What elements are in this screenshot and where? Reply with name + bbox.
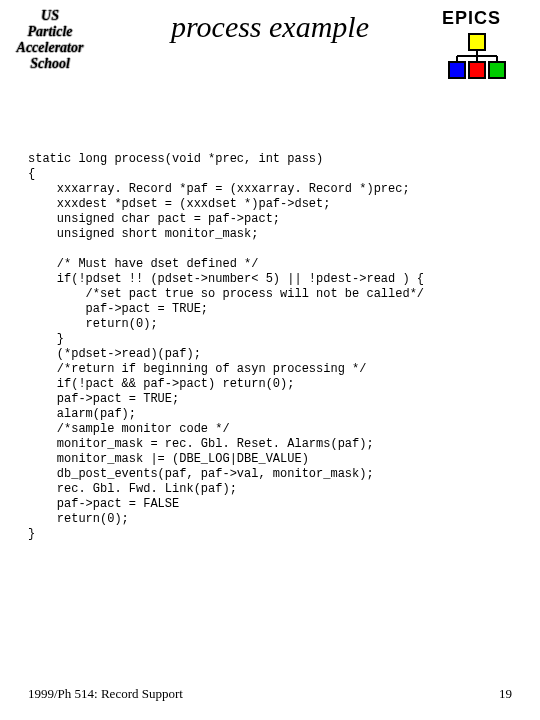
epics-logo: EPICS	[442, 8, 522, 83]
footer-left: 1999/Ph 514: Record Support	[28, 686, 183, 701]
epics-box-yellow	[468, 33, 486, 51]
slide: US Particle Accelerator School process e…	[0, 0, 540, 720]
footer: 1999/Ph 514: Record Support 19	[28, 686, 512, 702]
header: US Particle Accelerator School process e…	[0, 0, 540, 110]
uspas-logo-line4: School	[10, 56, 90, 72]
slide-title: process example	[100, 10, 440, 44]
epics-box-blue	[448, 61, 466, 79]
epics-box-green	[488, 61, 506, 79]
epics-diagram-icon	[442, 33, 512, 83]
uspas-logo-line3: Accelerator	[10, 40, 90, 56]
uspas-logo-line1: US	[10, 8, 90, 24]
code-block: static long process(void *prec, int pass…	[28, 152, 520, 542]
uspas-logo-line2: Particle	[10, 24, 90, 40]
uspas-logo: US Particle Accelerator School	[10, 8, 90, 72]
footer-page-number: 19	[499, 686, 512, 702]
epics-label: EPICS	[442, 8, 522, 29]
epics-box-red	[468, 61, 486, 79]
